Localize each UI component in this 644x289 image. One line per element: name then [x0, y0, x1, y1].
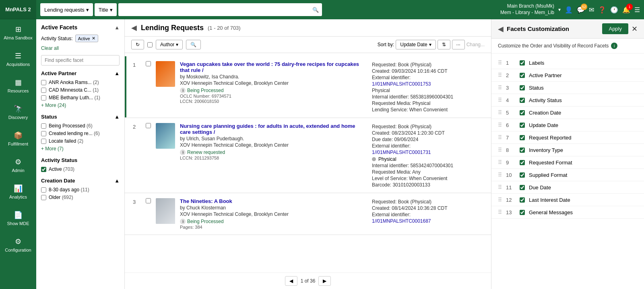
facets-custom-back-button[interactable]: ◀: [498, 25, 504, 33]
clock-icon[interactable]: 🕐: [610, 6, 618, 14]
help-icon[interactable]: ❓: [598, 6, 606, 14]
facet-section-activity-status-header[interactable]: Activity Status: [41, 157, 120, 163]
facet-being-processed-checkbox[interactable]: [41, 123, 46, 129]
custom-facet-checkbox-4[interactable]: [520, 98, 525, 103]
facets-collapse-icon[interactable]: ▲: [114, 25, 120, 31]
result-checkbox-1[interactable]: [146, 61, 151, 66]
result-ext-id-3[interactable]: 1//01MNPALSHTC0001687: [372, 218, 431, 224]
facet-8-30-days-label[interactable]: 8-30 days ago (11): [49, 187, 120, 193]
result-ext-id-2[interactable]: 1//01MNPALSHTC0001731: [372, 150, 431, 155]
nav-admin[interactable]: ⚙ Admin: [0, 152, 36, 178]
result-ext-id-1[interactable]: 1//01MNPALSHTC0001753: [372, 81, 431, 87]
chat-icon[interactable]: 💬 52: [577, 6, 585, 14]
search-type-dropdown[interactable]: Lending requests ▾: [40, 3, 93, 16]
drag-handle-10[interactable]: ⠿: [498, 172, 502, 178]
clear-all-link[interactable]: Clear all: [41, 45, 120, 51]
menu-icon[interactable]: ☰: [634, 6, 640, 14]
custom-facet-checkbox-2[interactable]: [520, 73, 525, 78]
back-button[interactable]: ◀: [131, 23, 137, 32]
drag-handle-1[interactable]: ⠿: [498, 59, 502, 66]
custom-facet-checkbox-5[interactable]: [520, 110, 525, 115]
facet-locate-failed-label[interactable]: Locate failed (2): [49, 138, 120, 144]
nav-fulfillment[interactable]: 📦 Fulfillment: [0, 125, 36, 152]
drag-handle-13[interactable]: ⠿: [498, 209, 502, 215]
prev-page-button[interactable]: ◀: [285, 276, 297, 286]
facet-cad-checkbox[interactable]: [41, 88, 46, 93]
refresh-button[interactable]: ↻: [131, 40, 144, 49]
drag-handle-11[interactable]: ⠿: [498, 184, 502, 191]
nav-show-mde[interactable]: 📄 Show MDE: [0, 205, 36, 232]
facet-section-status-header[interactable]: Status ▲: [41, 114, 120, 120]
custom-facet-checkbox-7[interactable]: [520, 135, 525, 140]
close-button[interactable]: ✕: [632, 25, 638, 33]
facet-active-label[interactable]: Active (703): [49, 166, 74, 172]
search-field-dropdown[interactable]: Title ▾: [95, 3, 117, 16]
drag-handle-7[interactable]: ⠿: [498, 134, 502, 141]
drag-handle-2[interactable]: ⠿: [498, 72, 502, 78]
custom-facet-checkbox-10[interactable]: [520, 172, 525, 178]
facet-cad-label[interactable]: CAD Minnesota C... (1): [49, 87, 120, 93]
drag-handle-12[interactable]: ⠿: [498, 197, 502, 203]
result-title-3[interactable]: The Nineties: A Book: [180, 198, 367, 204]
logo[interactable]: MnPALS 2: [0, 0, 36, 19]
facet-section-creation-date-header[interactable]: Creation Date ▲: [41, 178, 120, 184]
user-icon[interactable]: 👤: [565, 6, 573, 14]
drag-handle-8[interactable]: ⠿: [498, 147, 502, 153]
result-title-2[interactable]: Nursing care planning guides : for adult…: [180, 123, 367, 135]
nav-acquisitions[interactable]: ☰ Acquisitions: [0, 46, 36, 72]
custom-facet-checkbox-3[interactable]: [520, 85, 525, 90]
result-checkbox-3[interactable]: [146, 198, 151, 203]
custom-facet-checkbox-12[interactable]: [520, 197, 525, 203]
facet-8-30-days-checkbox[interactable]: [41, 187, 46, 193]
facet-section-active-partner-header[interactable]: Active Partner ▲: [41, 70, 120, 76]
branch-dropdown-icon[interactable]: ▾: [558, 7, 561, 12]
facet-mbe-label[interactable]: MBE Bethany Luth... (1): [49, 95, 120, 100]
facet-locate-failed-checkbox[interactable]: [41, 139, 46, 144]
facet-anr-checkbox[interactable]: [41, 80, 46, 85]
facet-created-lending-label[interactable]: Created lending re... (6): [49, 131, 120, 136]
facet-more-active-partner[interactable]: + More (24): [41, 102, 120, 108]
drag-handle-3[interactable]: ⠿: [498, 84, 502, 91]
facet-created-lending-checkbox[interactable]: [41, 131, 46, 136]
nav-resources[interactable]: ▦ Resources: [0, 72, 36, 99]
nav-discovery[interactable]: 🔭 Discovery: [0, 99, 36, 125]
facet-anr-label[interactable]: ANR Anoka Rams... (2): [49, 80, 120, 85]
nav-configuration[interactable]: ⚙ Configuration: [0, 232, 36, 258]
facet-mbe-checkbox[interactable]: [41, 95, 46, 100]
custom-facet-checkbox-13[interactable]: [520, 210, 525, 215]
custom-facet-checkbox-9[interactable]: [520, 160, 525, 165]
apply-button[interactable]: Apply: [602, 23, 628, 34]
author-filter-button[interactable]: Author ▾: [156, 40, 183, 49]
filter-search-button[interactable]: 🔍: [186, 40, 201, 49]
search-icon[interactable]: 🔍: [312, 7, 319, 13]
badge-close-icon[interactable]: ✕: [92, 36, 95, 41]
drag-handle-9[interactable]: ⠿: [498, 159, 502, 166]
custom-facet-checkbox-11[interactable]: [520, 185, 525, 190]
notification-icon[interactable]: 🔔 1: [622, 6, 630, 14]
more-options-button[interactable]: ···: [452, 40, 465, 49]
facet-search-input[interactable]: [41, 55, 120, 66]
custom-facet-checkbox-8[interactable]: [520, 148, 525, 153]
branch-info[interactable]: Main Branch (MsuMk) Mem - Library - Mem_…: [500, 3, 554, 16]
drag-handle-4[interactable]: ⠿: [498, 97, 502, 103]
drag-handle-5[interactable]: ⠿: [498, 109, 502, 116]
custom-facet-checkbox-1[interactable]: [520, 60, 525, 66]
facet-older-checkbox[interactable]: [41, 195, 46, 200]
drag-handle-6[interactable]: ⠿: [498, 122, 502, 128]
sort-direction-button[interactable]: ⇅: [438, 40, 450, 49]
nav-alma-sandbox[interactable]: ⊞ Alma Sandbox: [0, 19, 36, 46]
result-checkbox-2[interactable]: [146, 123, 151, 128]
mail-icon[interactable]: ✉: [589, 6, 594, 14]
facet-being-processed-label[interactable]: Being Processed (6): [49, 123, 120, 129]
nav-analytics[interactable]: 📊 Analytics: [0, 178, 36, 205]
facet-more-status[interactable]: + More (7): [41, 146, 120, 152]
search-input[interactable]: [122, 7, 312, 13]
select-all-checkbox[interactable]: [147, 42, 153, 47]
next-page-button[interactable]: ▶: [318, 276, 331, 286]
custom-facet-num-13: 13: [506, 209, 516, 215]
sort-dropdown[interactable]: Update Date ▾: [396, 40, 436, 49]
result-title-1[interactable]: Vegan cupcakes take over the world : 75 …: [180, 61, 367, 73]
custom-facet-checkbox-6[interactable]: [520, 123, 525, 128]
facet-active-checkbox[interactable]: [41, 167, 46, 172]
facet-older-label[interactable]: Older (692): [49, 195, 120, 200]
